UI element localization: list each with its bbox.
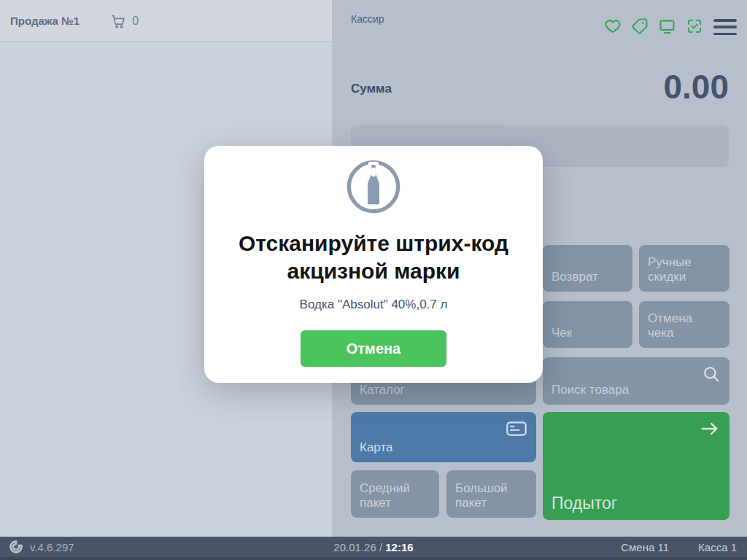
cashier-label: Кассир: [351, 13, 384, 25]
card-button-label: Карта: [360, 440, 393, 456]
medium-bag-button[interactable]: Средний пакет: [351, 470, 439, 518]
datetime-separator: /: [379, 541, 382, 553]
product-search-label: Поиск товара: [551, 383, 629, 398]
receipt-header: Продажа №1 0: [0, 0, 332, 42]
sum-label: Сумма: [351, 82, 392, 96]
heart-icon[interactable]: [604, 18, 622, 35]
cart-count: 0: [132, 15, 139, 28]
time-label: 12:16: [385, 541, 413, 553]
receipt-button[interactable]: Чек: [543, 301, 632, 348]
cancel-button[interactable]: Отмена: [301, 330, 446, 367]
sum-row: Сумма 0.00: [351, 67, 729, 106]
receipt-button-label: Чек: [551, 326, 572, 341]
modal-title: Отсканируйте штрих-код акцизной марки: [217, 230, 530, 285]
excise-scan-modal: Отсканируйте штрих-код акцизной марки Во…: [204, 146, 543, 383]
pos-app: Продажа №1 0 Кассир: [0, 0, 747, 560]
search-icon: [702, 365, 721, 388]
manual-discounts-button[interactable]: Ручные скидки: [639, 245, 729, 292]
register-label: Касса 1: [698, 541, 737, 553]
large-bag-label: Большой пакет: [455, 481, 527, 511]
card-button[interactable]: Карта: [351, 412, 536, 462]
cancel-receipt-button[interactable]: Отмена чека: [639, 301, 729, 348]
product-search-button[interactable]: Поиск товара: [543, 357, 729, 405]
return-button[interactable]: Возврат: [543, 245, 632, 292]
modal-product-name: Водка "Absolut" 40%,0.7 л: [300, 298, 448, 312]
status-bar: v.4.6.297 20.01.26 / 12:16 Смена 11 Касс…: [0, 537, 747, 560]
menu-icon[interactable]: [713, 19, 737, 35]
register-info: Смена 11 Касса 1: [621, 541, 737, 553]
cart-icon: [110, 13, 126, 29]
monitor-icon[interactable]: [658, 18, 676, 35]
sum-value: 0.00: [663, 67, 729, 106]
scan-check-icon[interactable]: [686, 18, 703, 35]
tag-icon[interactable]: [631, 18, 649, 35]
card-icon: [506, 419, 527, 443]
sale-title: Продажа №1: [10, 15, 80, 27]
arrow-right-icon: [699, 419, 721, 443]
catalog-button-label: Каталог: [360, 383, 405, 398]
cart-indicator[interactable]: 0: [110, 13, 139, 29]
bottle-in-circle-icon: [345, 158, 402, 215]
status-toolbar: [604, 18, 703, 35]
cancel-receipt-label: Отмена чека: [648, 311, 721, 341]
date-label: 20.01.26: [333, 541, 376, 553]
return-button-label: Возврат: [551, 270, 598, 285]
manual-discounts-label: Ручные скидки: [648, 255, 721, 285]
shift-label: Смена 11: [621, 541, 669, 553]
subtotal-button[interactable]: Подытог: [543, 412, 729, 520]
subtotal-button-label: Подытог: [551, 493, 617, 513]
large-bag-button[interactable]: Большой пакет: [446, 470, 536, 518]
medium-bag-label: Средний пакет: [360, 481, 430, 511]
